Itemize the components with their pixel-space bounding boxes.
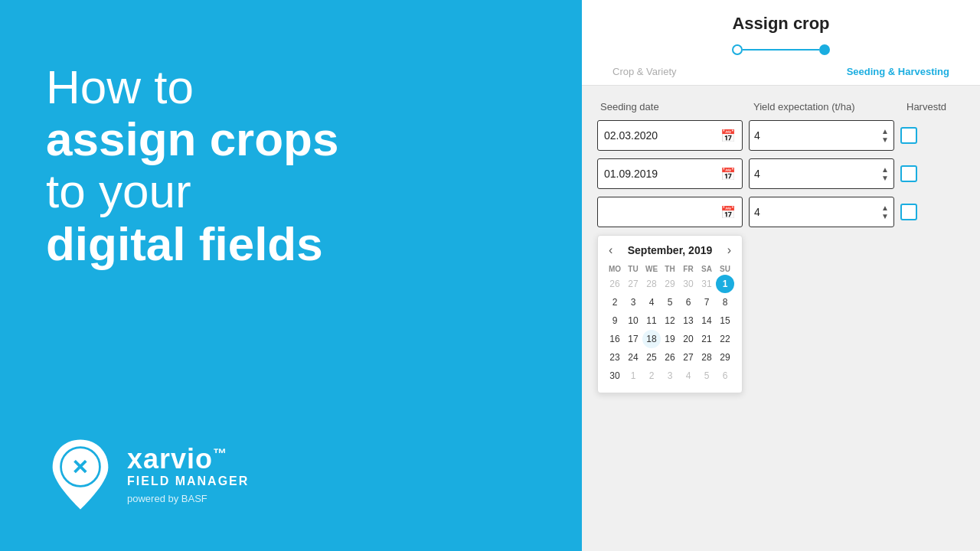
up-arrow-1[interactable]: ▲ xyxy=(881,128,889,135)
calendar-icon-2[interactable]: 📅 xyxy=(720,167,736,181)
weekday-we: WE xyxy=(642,263,661,275)
calendar-icon-3[interactable]: 📅 xyxy=(720,205,736,220)
weekday-su: SU xyxy=(716,263,734,275)
calendar-day[interactable]: 11 xyxy=(642,311,661,330)
calendar-day[interactable]: 14 xyxy=(697,311,716,330)
down-arrow-2[interactable]: ▼ xyxy=(881,174,889,182)
calendar-day[interactable]: 3 xyxy=(624,293,642,311)
yield-value-2: 4 xyxy=(754,168,760,180)
left-panel: How to assign crops to your digital fiel… xyxy=(0,0,582,551)
calendar-day[interactable]: 28 xyxy=(642,275,661,293)
step2-label: Seeding & Harvesting xyxy=(847,66,949,77)
calendar-day[interactable]: 7 xyxy=(697,293,716,311)
calendar-day[interactable]: 20 xyxy=(679,330,697,348)
calendar-day[interactable]: 26 xyxy=(606,275,624,293)
calendar-day[interactable]: 24 xyxy=(624,348,642,367)
spinner-1[interactable]: ▲ ▼ xyxy=(881,128,889,144)
calendar-day[interactable]: 22 xyxy=(716,330,734,348)
calendar-day[interactable]: 1 xyxy=(716,275,734,293)
calendar-day[interactable]: 19 xyxy=(661,330,679,348)
col-seeding-header: Seeding date xyxy=(600,101,753,112)
col-yield-header: Yield expectation (t/ha) xyxy=(753,101,906,112)
modal-header: Assign crop Crop & Variety Seeding & Har… xyxy=(582,0,980,86)
date-input-3[interactable]: 📅 xyxy=(597,197,743,227)
calendar-day[interactable]: 18 xyxy=(642,330,661,348)
calendar-day[interactable]: 30 xyxy=(679,275,697,293)
harvest-checkbox-1[interactable] xyxy=(900,127,917,144)
calendar-day[interactable]: 13 xyxy=(679,311,697,330)
date-value-2: 01.09.2019 xyxy=(604,168,658,180)
assign-crops-text: assign crops xyxy=(46,113,536,165)
calendar-day[interactable]: 21 xyxy=(697,330,716,348)
weekday-mo: MO xyxy=(606,263,624,275)
calendar-day[interactable]: 10 xyxy=(624,311,642,330)
calendar-day[interactable]: 28 xyxy=(697,348,716,367)
calendar-day[interactable]: 2 xyxy=(606,293,624,311)
spinner-3[interactable]: ▲ ▼ xyxy=(881,204,889,220)
hero-text: How to assign crops to your digital fiel… xyxy=(46,61,536,270)
progress-bar xyxy=(582,44,980,66)
calendar-day[interactable]: 27 xyxy=(624,275,642,293)
yield-input-1[interactable]: 4 ▲ ▼ xyxy=(749,120,894,151)
calendar-day[interactable]: 5 xyxy=(697,367,716,385)
calendar-day[interactable]: 12 xyxy=(661,311,679,330)
calendar-day[interactable]: 3 xyxy=(661,367,679,385)
col-headers: Seeding date Yield expectation (t/ha) Ha… xyxy=(597,101,965,112)
yield-value-1: 4 xyxy=(754,129,760,142)
weekday-th: TH xyxy=(661,263,679,275)
calendar-icon-1[interactable]: 📅 xyxy=(720,129,736,143)
field-manager-text: FIELD MANAGER xyxy=(127,474,249,488)
calendar-day[interactable]: 2 xyxy=(642,367,661,385)
brand-name: xarvio™ xyxy=(127,445,249,473)
calendar-day[interactable]: 9 xyxy=(606,311,624,330)
harvest-checkbox-3[interactable] xyxy=(900,204,917,220)
calendar-day[interactable]: 6 xyxy=(716,367,734,385)
yield-input-3[interactable]: 4 ▲ ▼ xyxy=(749,197,894,227)
modal-title: Assign crop xyxy=(582,14,980,34)
calendar-day[interactable]: 30 xyxy=(606,367,624,385)
calendar-week-row-3: 16171819202122 xyxy=(606,330,734,348)
next-month-button[interactable]: › xyxy=(724,243,734,257)
calendar-day[interactable]: 6 xyxy=(679,293,697,311)
down-arrow-3[interactable]: ▼ xyxy=(881,213,889,220)
to-your-text: to your xyxy=(46,165,536,217)
calendar-day[interactable]: 4 xyxy=(679,367,697,385)
powered-by-text: powered by BASF xyxy=(127,493,249,504)
date-input-2[interactable]: 01.09.2019 📅 xyxy=(597,158,743,189)
xarvio-logo-icon: ✕ xyxy=(46,436,115,513)
calendar-week-row-1: 2345678 xyxy=(606,293,734,311)
right-panel: Assign crop Crop & Variety Seeding & Har… xyxy=(582,0,980,551)
prev-month-button[interactable]: ‹ xyxy=(606,243,616,257)
calendar-day[interactable]: 8 xyxy=(716,293,734,311)
digital-fields-text: digital fields xyxy=(46,218,536,270)
up-arrow-3[interactable]: ▲ xyxy=(881,204,889,212)
calendar-day[interactable]: 4 xyxy=(642,293,661,311)
up-arrow-2[interactable]: ▲ xyxy=(881,166,889,174)
calendar-day[interactable]: 25 xyxy=(642,348,661,367)
down-arrow-1[interactable]: ▼ xyxy=(881,136,889,144)
calendar-grid: MO TU WE TH FR SA SU 2627282930311234567… xyxy=(606,263,734,385)
col-harvest-header: Harvestd xyxy=(906,101,962,112)
calendar-day[interactable]: 29 xyxy=(661,275,679,293)
calendar-day[interactable]: 23 xyxy=(606,348,624,367)
weekday-fr: FR xyxy=(679,263,697,275)
calendar-week-row-4: 23242526272829 xyxy=(606,348,734,367)
form-row-3: 📅 4 ▲ ▼ xyxy=(597,197,965,227)
date-input-1[interactable]: 02.03.2020 📅 xyxy=(597,120,743,151)
weekday-tu: TU xyxy=(624,263,642,275)
calendar-day[interactable]: 15 xyxy=(716,311,734,330)
harvest-checkbox-2[interactable] xyxy=(900,165,917,182)
calendar-day[interactable]: 1 xyxy=(624,367,642,385)
yield-input-2[interactable]: 4 ▲ ▼ xyxy=(749,158,894,189)
calendar-day[interactable]: 31 xyxy=(697,275,716,293)
calendar-day[interactable]: 5 xyxy=(661,293,679,311)
form-row-1: 02.03.2020 📅 4 ▲ ▼ xyxy=(597,120,965,151)
calendar-day[interactable]: 27 xyxy=(679,348,697,367)
calendar-day[interactable]: 29 xyxy=(716,348,734,367)
spinner-2[interactable]: ▲ ▼ xyxy=(881,166,889,182)
calendar-day[interactable]: 16 xyxy=(606,330,624,348)
calendar-day[interactable]: 26 xyxy=(661,348,679,367)
calendar-day[interactable]: 17 xyxy=(624,330,642,348)
calendar-popup: ‹ September, 2019 › MO TU WE TH FR SA SU xyxy=(597,235,743,393)
calendar-week-row-2: 9101112131415 xyxy=(606,311,734,330)
